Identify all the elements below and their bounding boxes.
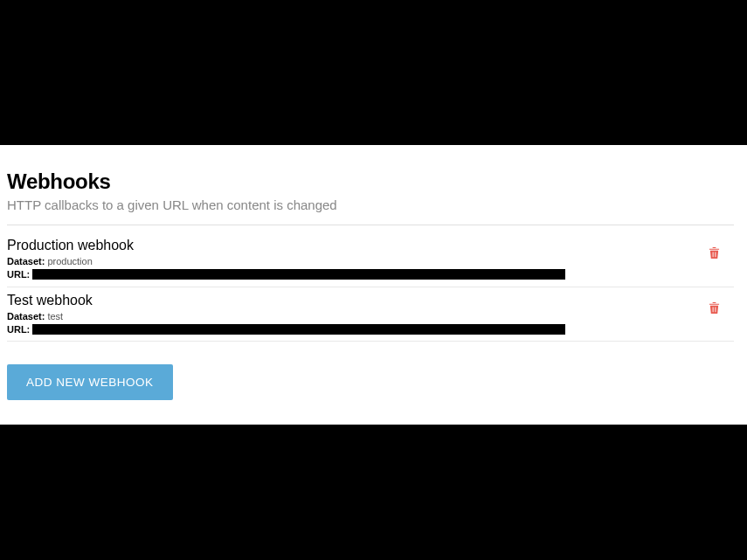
dataset-value: test <box>47 310 63 323</box>
add-new-webhook-button[interactable]: ADD NEW WEBHOOK <box>7 364 173 400</box>
url-redacted <box>32 324 565 335</box>
url-label: URL: <box>7 268 30 281</box>
webhook-name: Test webhook <box>7 293 705 308</box>
delete-webhook-button[interactable] <box>705 243 723 266</box>
page-title: Webhooks <box>7 169 740 194</box>
webhook-name: Production webhook <box>7 238 705 253</box>
divider <box>7 225 734 225</box>
delete-webhook-button[interactable] <box>705 298 723 321</box>
webhook-item: Production webhook Dataset: production U… <box>7 232 734 287</box>
webhook-meta: Dataset: production URL: <box>7 255 705 281</box>
dataset-label: Dataset: <box>7 255 45 268</box>
url-label: URL: <box>7 323 30 336</box>
page-subtitle: HTTP callbacks to a given URL when conte… <box>7 197 740 212</box>
webhook-list: Production webhook Dataset: production U… <box>7 232 734 342</box>
url-redacted <box>32 269 565 280</box>
dataset-value: production <box>47 255 92 268</box>
trash-icon <box>709 246 720 259</box>
webhook-info: Test webhook Dataset: test URL: <box>7 293 705 336</box>
webhooks-panel: Webhooks HTTP callbacks to a given URL w… <box>0 145 747 425</box>
dataset-label: Dataset: <box>7 310 45 323</box>
webhook-meta: Dataset: test URL: <box>7 310 705 336</box>
trash-icon <box>709 301 720 315</box>
webhook-info: Production webhook Dataset: production U… <box>7 238 705 281</box>
webhook-item: Test webhook Dataset: test URL: <box>7 287 734 342</box>
